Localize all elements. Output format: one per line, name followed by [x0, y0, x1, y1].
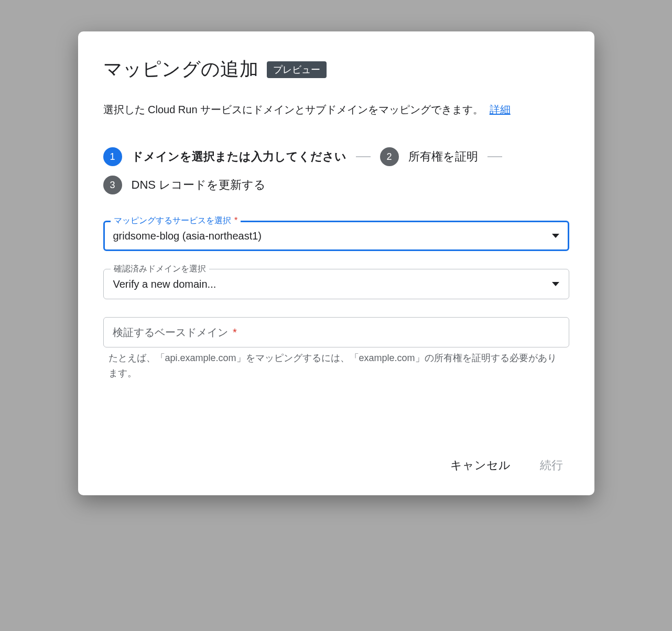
- service-select-label: マッピングするサービスを選択 *: [111, 215, 241, 226]
- step-1: 1 ドメインを選択または入力してください: [103, 147, 346, 166]
- base-domain-input[interactable]: [103, 317, 569, 347]
- step-1-circle: 1: [103, 147, 122, 166]
- step-3-label: DNS レコードを更新する: [132, 177, 266, 193]
- cancel-button[interactable]: キャンセル: [448, 454, 513, 476]
- domain-select-label: 確認済みドメインを選択: [111, 264, 209, 275]
- stepper: 1 ドメインを選択または入力してください 2 所有権を証明 3 DNS レコード…: [103, 147, 569, 194]
- service-select-label-text: マッピングするサービスを選択: [114, 216, 231, 225]
- domain-select-field: 確認済みドメインを選択 Verify a new domain...: [103, 269, 569, 299]
- required-mark: *: [234, 216, 237, 225]
- base-domain-field-wrap: 検証するベースドメイン *: [103, 317, 569, 347]
- step-2: 2 所有権を証明: [380, 147, 478, 166]
- dialog-header: マッピングの追加 プレビュー: [103, 57, 569, 82]
- base-domain-group: 検証するベースドメイン * たとえば、「api.example.com」をマッピ…: [103, 317, 569, 381]
- step-divider: [356, 156, 371, 157]
- continue-button[interactable]: 続行: [538, 454, 565, 476]
- step-1-label: ドメインを選択または入力してください: [132, 149, 346, 165]
- preview-badge: プレビュー: [267, 61, 327, 78]
- chevron-down-icon: [552, 282, 559, 286]
- step-2-label: 所有権を証明: [408, 149, 478, 165]
- dialog-actions: キャンセル 続行: [103, 454, 569, 476]
- step-2-circle: 2: [380, 147, 399, 166]
- base-domain-helper: たとえば、「api.example.com」をマッピングするには、「exampl…: [103, 347, 569, 381]
- step-3-circle: 3: [103, 176, 122, 194]
- dialog-description: 選択した Cloud Run サービスにドメインとサブドメインをマッピングできま…: [103, 101, 569, 118]
- domain-select-value: Verify a new domain...: [113, 278, 216, 290]
- dialog-title: マッピングの追加: [103, 57, 258, 82]
- service-select-value: gridsome-blog (asia-northeast1): [113, 230, 262, 242]
- dialog-description-text: 選択した Cloud Run サービスにドメインとサブドメインをマッピングできま…: [103, 104, 484, 115]
- add-mapping-dialog: マッピングの追加 プレビュー 選択した Cloud Run サービスにドメインと…: [78, 31, 594, 495]
- service-select-field: マッピングするサービスを選択 * gridsome-blog (asia-nor…: [103, 221, 569, 251]
- detail-link[interactable]: 詳細: [490, 104, 511, 115]
- chevron-down-icon: [552, 234, 559, 238]
- domain-select-label-text: 確認済みドメインを選択: [114, 264, 206, 273]
- step-divider: [487, 156, 502, 157]
- step-3: 3 DNS レコードを更新する: [103, 176, 266, 194]
